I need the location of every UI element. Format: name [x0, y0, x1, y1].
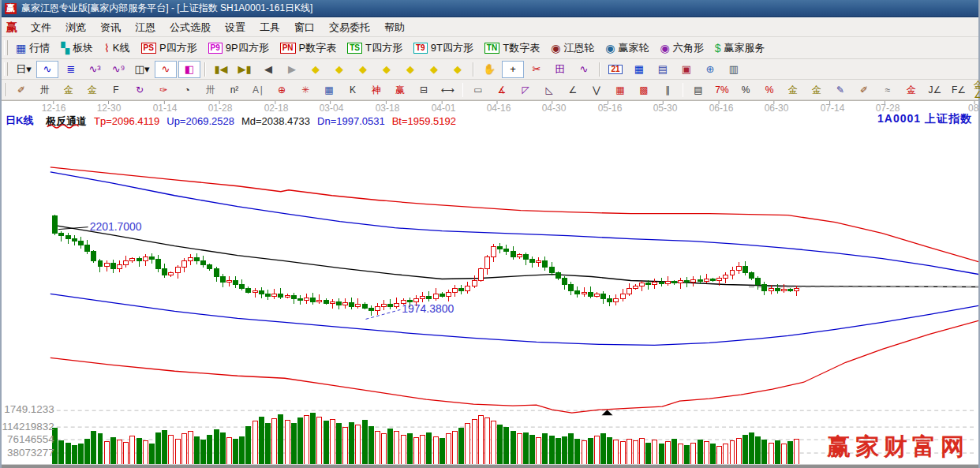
page-back-button[interactable]: ◀ [257, 61, 279, 78]
time-lines-button[interactable]: 卅 [200, 81, 222, 99]
expand-all-diamond-button[interactable]: ◆ [447, 61, 469, 78]
winner-service-button[interactable]: $赢家服务 [711, 40, 769, 56]
hexagon-button[interactable]: ◉六角形 [656, 40, 708, 56]
save-button[interactable]: ▣ [675, 61, 698, 78]
sectors-button[interactable]: ▚板块 [57, 40, 97, 56]
grid-tool-button[interactable]: ▦ [609, 81, 631, 99]
calculator-button[interactable]: ▦ [628, 61, 650, 78]
p-square-button[interactable]: PSP四方形 [137, 40, 201, 56]
wave-overlay-button[interactable]: ≈ [877, 81, 899, 99]
time-cycle-button[interactable]: ◔ [176, 81, 198, 99]
gann-tools-button[interactable]: 田 [549, 61, 571, 78]
t-number-table-icon: TN [484, 43, 499, 54]
kline-button[interactable]: ⌇K线 [100, 40, 134, 56]
span-diamond-button[interactable]: ◆ [352, 61, 374, 78]
gold-ratio-lines-button[interactable]: 金 [58, 81, 80, 99]
gold-circle-button[interactable]: 金 [782, 81, 804, 99]
wave-3-button[interactable]: ∿³ [84, 61, 106, 78]
date-ruler-button[interactable]: ⊟ [413, 81, 435, 99]
export-web-button[interactable]: ⊕ [699, 61, 721, 78]
grid-tool-2-button[interactable]: ▩ [633, 81, 655, 99]
gold-angle-button[interactable]: 金∠ [971, 81, 980, 99]
crosshair-tool-button[interactable]: + [502, 61, 524, 78]
profile-histogram-button[interactable]: ◧ [178, 61, 200, 78]
zigzag-wave-button[interactable]: ∿ [36, 61, 58, 78]
ying-marker-button[interactable]: 赢 [389, 81, 411, 99]
move-right-diamond-button[interactable]: ◆ [328, 61, 350, 78]
page-forward-button[interactable]: ▶ [281, 61, 303, 78]
spiral-tool-button[interactable]: ↻ [129, 81, 151, 99]
shen-marker-button[interactable]: 神 [365, 81, 387, 99]
n-square-button[interactable]: n² [223, 81, 245, 99]
calendar-button[interactable]: 21 [604, 61, 627, 78]
gold-line-button[interactable]: 金 [806, 81, 828, 99]
session-notes-button[interactable]: ▤ [652, 61, 674, 78]
wave-9-button[interactable]: ∿⁹ [107, 61, 129, 78]
vertical-lines-button[interactable]: 卅 [34, 81, 56, 99]
p-number-table-button[interactable]: PNP数字表 [276, 40, 341, 56]
notes-button[interactable]: ≣ [60, 61, 82, 78]
menu-item-0[interactable]: 文件 [24, 19, 58, 36]
rect-tool-button[interactable]: ▭ [467, 81, 489, 99]
quotes-button[interactable]: ▦行情 [12, 40, 54, 56]
squeeze-diamond-button[interactable]: ◆ [376, 61, 398, 78]
mirror-line-button[interactable]: A∣ [247, 81, 269, 99]
kline-period-button[interactable]: 日▾ [13, 61, 35, 78]
circle-cross-button[interactable]: ⊕ [271, 81, 293, 99]
jump-last-button[interactable]: ▶▮ [234, 61, 256, 78]
marker-pen-button[interactable]: ✎ [829, 81, 851, 99]
draw-brush-button[interactable]: ✐ [10, 81, 32, 99]
percent-tool-button[interactable]: % [735, 81, 757, 99]
menu-item-9[interactable]: 帮助 [377, 19, 412, 36]
menu-item-2[interactable]: 资讯 [93, 19, 128, 36]
menu-item-3[interactable]: 江恩 [128, 19, 163, 36]
web-grid-button[interactable]: ▦ [318, 81, 340, 99]
shrink-all-diamond-button[interactable]: ◆ [423, 61, 445, 78]
wave-3-icon: ∿³ [88, 64, 100, 74]
gold-underline-button[interactable]: 金 [900, 81, 922, 99]
percent-line-button[interactable]: % [758, 81, 780, 99]
jump-first-button[interactable]: ▮◀ [210, 61, 232, 78]
menu-item-4[interactable]: 公式选股 [163, 19, 218, 36]
menu-item-6[interactable]: 工具 [252, 19, 287, 36]
wave-tools-button[interactable]: ∿ [573, 61, 595, 78]
9t-square-button[interactable]: T99T四方形 [410, 40, 477, 56]
gann-wheel-button[interactable]: ◉江恩轮 [547, 40, 598, 56]
j-angle-button[interactable]: J∠ [924, 81, 946, 99]
chart-canvas[interactable]: 2201.70001974.38001749.12331142198327614… [2, 101, 978, 468]
stats-table-button[interactable]: ▤ [687, 81, 709, 99]
candle-style-button[interactable]: ◫▾ [131, 61, 153, 78]
gold-ratio-lines-2-button[interactable]: 金 [81, 81, 103, 99]
main-wave-button[interactable]: ∿ [155, 61, 177, 78]
spider-web-button[interactable]: ✳ [294, 81, 316, 99]
t-number-table-button[interactable]: TNT数字表 [481, 40, 544, 56]
zigzag-check-button[interactable]: ⋁ [585, 81, 608, 99]
9p-square-button[interactable]: P99P四方形 [204, 40, 273, 56]
f-angle-button[interactable]: F∠ [948, 81, 970, 99]
angle-fan-button[interactable]: ∠ [562, 81, 584, 99]
fan-box-filled-button[interactable]: ◺ [538, 81, 560, 99]
red-brush-button[interactable]: ✑ [152, 81, 174, 99]
menu-item-8[interactable]: 交易委托 [322, 19, 377, 36]
fibonacci-lines-button[interactable]: F [105, 81, 127, 99]
width-ruler-button[interactable]: ⟷ [436, 81, 458, 99]
hand-tool-button[interactable]: ✋ [478, 61, 500, 78]
fan-box-button[interactable]: ◸ [514, 81, 537, 99]
fan-lines-button[interactable]: ∡ [491, 81, 513, 99]
move-left-diamond-button[interactable]: ◆ [305, 61, 327, 78]
menu-item-7[interactable]: 窗口 [287, 19, 322, 36]
stretch-diamond-button[interactable]: ◆ [399, 61, 421, 78]
workstation-button[interactable]: ▥ [723, 61, 745, 78]
cut-line-tool-button[interactable]: ✂ [526, 61, 548, 78]
winner-wheel-button[interactable]: ◉赢家轮 [601, 40, 653, 56]
p-number-table-label: P数字表 [299, 41, 337, 55]
brush-small-button[interactable]: ✐ [853, 81, 875, 99]
parallel-channel-button[interactable]: ∥ [656, 81, 679, 99]
menu-item-1[interactable]: 浏览 [58, 19, 93, 36]
title-bar[interactable]: 赢 赢家江恩专业版[赢家内部服务平台] - [上证指数 SH1A0001-161… [2, 0, 978, 17]
menu-item-5[interactable]: 设置 [218, 19, 252, 36]
t-square-button[interactable]: TST四方形 [343, 40, 406, 56]
gold-circle-icon: 金 [788, 85, 798, 95]
percent-gann-button[interactable]: 7% [711, 81, 733, 99]
kline-marker-button[interactable]: K [342, 81, 364, 99]
